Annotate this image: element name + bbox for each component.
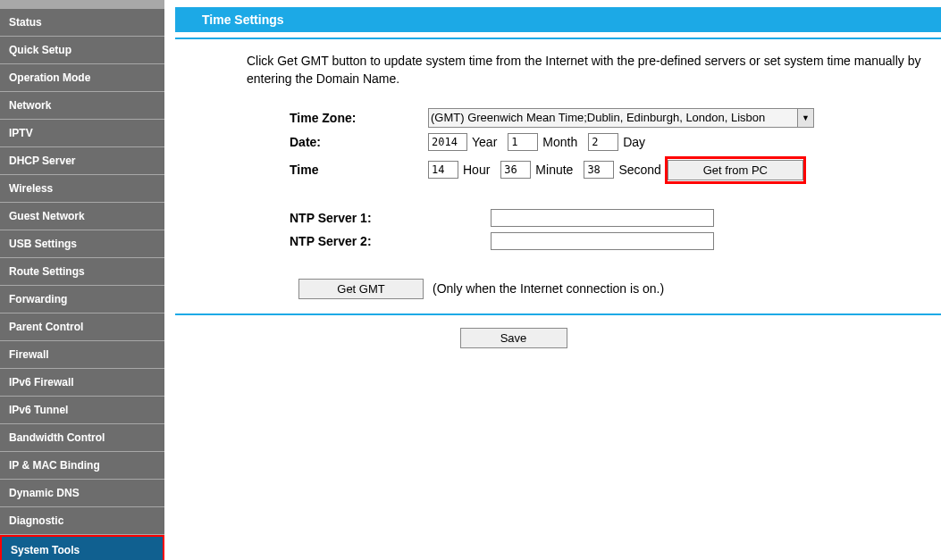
sidebar-item-status[interactable]: Status xyxy=(0,9,164,37)
label-time: Time xyxy=(290,163,428,177)
get-from-pc-button[interactable]: Get from PC xyxy=(668,160,803,180)
sidebar-item-system-tools[interactable]: System Tools xyxy=(0,535,164,560)
page-title: Time Settings xyxy=(175,7,941,32)
timezone-select[interactable]: (GMT) Greenwich Mean Time;Dublin, Edinbu… xyxy=(428,108,814,128)
timezone-value: (GMT) Greenwich Mean Time;Dublin, Edinbu… xyxy=(431,111,765,124)
label-month: Month xyxy=(542,135,577,149)
sidebar-item-iptv[interactable]: IPTV xyxy=(0,120,164,147)
label-date: Date: xyxy=(290,135,428,149)
sidebar-item-ip-mac-binding[interactable]: IP & MAC Binding xyxy=(0,452,164,480)
sidebar-item-forwarding[interactable]: Forwarding xyxy=(0,286,164,313)
sidebar-item-dynamic-dns[interactable]: Dynamic DNS xyxy=(0,480,164,507)
label-ntp1: NTP Server 1: xyxy=(290,211,491,225)
sidebar-item-ipv6-tunnel[interactable]: IPv6 Tunnel xyxy=(0,397,164,424)
sidebar-item-dhcp-server[interactable]: DHCP Server xyxy=(0,147,164,175)
sidebar-item-quick-setup[interactable]: Quick Setup xyxy=(0,37,164,64)
input-ntp2[interactable] xyxy=(491,232,714,250)
input-day[interactable] xyxy=(588,133,618,151)
sidebar-item-route-settings[interactable]: Route Settings xyxy=(0,258,164,286)
label-second: Second xyxy=(618,163,660,177)
gmt-note: (Only when the Internet connection is on… xyxy=(433,281,664,296)
input-hour[interactable] xyxy=(428,161,458,179)
dropdown-arrow-icon: ▼ xyxy=(797,109,813,127)
get-gmt-button[interactable]: Get GMT xyxy=(298,279,424,299)
sidebar-item-guest-network[interactable]: Guest Network xyxy=(0,203,164,230)
divider-top xyxy=(175,38,941,39)
label-year: Year xyxy=(472,135,497,149)
sidebar-item-diagnostic[interactable]: Diagnostic xyxy=(0,507,164,535)
input-month[interactable] xyxy=(508,133,538,151)
divider-bottom xyxy=(175,313,941,315)
row-time: Time Hour Minute Second Get from PC xyxy=(290,156,941,184)
row-gmt: Get GMT (Only when the Internet connecti… xyxy=(290,279,941,299)
sidebar-item-wireless[interactable]: Wireless xyxy=(0,175,164,203)
label-minute: Minute xyxy=(535,163,573,177)
row-ntp1: NTP Server 1: xyxy=(290,209,941,227)
sidebar-item-usb-settings[interactable]: USB Settings xyxy=(0,230,164,258)
label-day: Day xyxy=(623,135,645,149)
row-timezone: Time Zone: (GMT) Greenwich Mean Time;Dub… xyxy=(290,108,941,128)
sidebar-item-bandwidth-control[interactable]: Bandwidth Control xyxy=(0,424,164,452)
label-hour: Hour xyxy=(463,163,490,177)
input-second[interactable] xyxy=(584,161,614,179)
sidebar-item-ipv6-firewall[interactable]: IPv6 Firewall xyxy=(0,369,164,397)
save-row: Save xyxy=(175,328,941,348)
highlight-get-from-pc: Get from PC xyxy=(665,156,806,184)
sidebar: Status Quick Setup Operation Mode Networ… xyxy=(0,0,164,560)
sidebar-item-parent-control[interactable]: Parent Control xyxy=(0,313,164,341)
label-ntp2: NTP Server 2: xyxy=(290,234,491,248)
ntp-block: NTP Server 1: NTP Server 2: xyxy=(290,209,941,250)
input-year[interactable] xyxy=(428,133,467,151)
save-button[interactable]: Save xyxy=(460,328,567,348)
form-block: Time Zone: (GMT) Greenwich Mean Time;Dub… xyxy=(290,108,941,299)
sidebar-item-firewall[interactable]: Firewall xyxy=(0,341,164,369)
main-panel: Time Settings Click Get GMT button to up… xyxy=(164,0,941,560)
input-minute[interactable] xyxy=(500,161,531,179)
row-date: Date: Year Month Day xyxy=(290,133,941,151)
row-ntp2: NTP Server 2: xyxy=(290,232,941,250)
input-ntp1[interactable] xyxy=(491,209,714,227)
sidebar-item-network[interactable]: Network xyxy=(0,92,164,120)
label-timezone: Time Zone: xyxy=(290,111,428,125)
sidebar-gap xyxy=(0,0,164,9)
intro-text: Click Get GMT button to update system ti… xyxy=(247,52,941,88)
sidebar-item-operation-mode[interactable]: Operation Mode xyxy=(0,64,164,92)
